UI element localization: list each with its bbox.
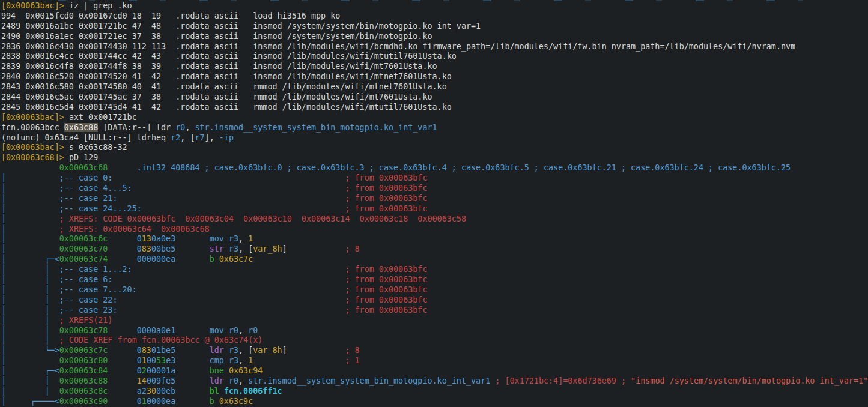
disasm-instruction-row: │ │ 0x00063c78 0000a0e1 mov r0, r0 <box>1 326 868 336</box>
spacer <box>108 376 136 385</box>
disasm-instruction-row: │ 0x00063c6c 0130a0e3 mov r3, 1 <box>1 234 868 244</box>
text-segment: │ <box>1 194 6 203</box>
text-segment: ] <box>282 244 287 253</box>
text-segment: │ <box>1 173 6 182</box>
text-segment: 83 <box>142 244 151 253</box>
spacer <box>108 234 136 243</box>
text-segment: ldr <box>210 376 224 385</box>
text-segment: │ <box>1 306 6 315</box>
text-segment: ; 8 <box>345 244 359 253</box>
text-segment: │ <box>45 387 50 396</box>
text-segment: ; from 0x00063bfc <box>345 204 427 213</box>
text-segment: │ <box>1 376 6 385</box>
text-segment: fcn.0006ff1c <box>224 387 282 396</box>
spacer <box>6 376 45 385</box>
text-segment: ; from 0x00063bfc <box>345 275 427 284</box>
text-segment: 2838 0x0016c4cc 0x001744cc 42 43 .rodata… <box>1 52 457 61</box>
spacer <box>6 214 59 223</box>
text-segment: 0x00063c90 <box>59 397 108 406</box>
text-segment: 00 <box>147 356 156 365</box>
text-segment: (nofunc) 0x63ca4 [NULL:r--] ldrheq <box>1 133 171 142</box>
case-label-row: │ ;-- case 24...25: ; from 0x00063bfc <box>1 204 868 214</box>
spacer <box>6 244 59 253</box>
text-segment: │ <box>45 336 50 345</box>
text-segment: ], <box>205 133 219 142</box>
text-segment: │ <box>1 265 6 274</box>
text-segment: r3 <box>229 346 238 355</box>
text-segment: ; CODE XREF from fcn.00063bcc @ 0x63c74(… <box>59 336 263 345</box>
spacer <box>132 184 345 193</box>
spacer <box>50 316 59 325</box>
text-segment: │ <box>1 275 6 284</box>
spacer <box>175 346 209 355</box>
text-segment: b <box>210 397 214 406</box>
disasm-instruction-row: │ └─>0x00063c7c 08301be5 ldr r3, [var_8h… <box>1 346 868 356</box>
text-segment: [DATA:r--] ldr <box>98 123 175 132</box>
code-xref-comment-row: │ │ ; CODE XREF from fcn.00063bcc @ 0x63… <box>1 336 868 346</box>
text-segment: ] <box>282 346 287 355</box>
text-segment: ;-- case 22: <box>59 295 118 304</box>
spacer <box>175 244 209 253</box>
text-segment: , <box>238 234 248 243</box>
text-segment: var_8h <box>253 244 282 253</box>
iz-output-row: 2836 0x0016c430 0x00174430 112 113 .roda… <box>1 42 868 52</box>
text-segment: ldr <box>210 346 224 355</box>
disasm-instruction-row: │ ┌────<0x00063c90 010000ea b 0x63c9c <box>1 397 868 407</box>
spacer <box>108 244 136 253</box>
spacer <box>175 356 209 365</box>
spacer <box>1 163 59 172</box>
spacer <box>108 326 136 335</box>
spacer <box>50 376 59 385</box>
iz-output-row: 2489 0x0016a1bc 0x001721bc 47 48 .rodata… <box>1 22 868 32</box>
spacer <box>108 366 136 375</box>
text-segment: 0x63c9c <box>219 397 253 406</box>
text-segment: 83 <box>142 346 151 355</box>
text-segment: r0 <box>175 123 185 132</box>
text-segment: ;-- case 23: <box>59 306 118 315</box>
spacer <box>6 356 59 365</box>
terminal-screen[interactable]: [0x00063bac]> iz | grep .ko994 0x0015fcd… <box>0 0 868 407</box>
text-segment: , <box>185 123 195 132</box>
text-segment: .int32 408684 ; case.0x63bfc.0 ; case.0x… <box>137 163 791 172</box>
text-segment: , <box>238 376 248 385</box>
command-line-pd: [0x00063c68]> pD 129 <box>1 153 868 163</box>
disasm-instruction-row: │ ┌─<0x00063c74 000000ea b 0x63c7c <box>1 255 868 265</box>
text-segment: │ <box>1 285 6 294</box>
case-label-row: │ │ ;-- case 7...20: ; from 0x00063bfc <box>1 285 868 295</box>
text-segment: │ <box>1 336 6 345</box>
text-segment: ; from 0x00063bfc <box>345 295 427 304</box>
text-segment: , [ <box>238 346 253 355</box>
text-segment: │ <box>1 255 6 264</box>
text-segment: 0x00063c78 <box>59 326 108 335</box>
text-segment <box>214 397 219 406</box>
text-segment <box>224 234 229 243</box>
text-segment: , <box>238 326 248 335</box>
text-segment: │ <box>45 265 50 274</box>
prompt-label: [0x00063bac]> <box>1 1 69 10</box>
disasm-data-row: 0x00063c68 .int32 408684 ; case.0x63bfc.… <box>1 163 868 173</box>
text-segment: 01be5 <box>151 346 175 355</box>
text-segment: 2843 0x0016c580 0x00174580 40 41 .rodata… <box>1 82 447 91</box>
spacer <box>175 255 209 264</box>
command-line-iz: [0x00063bac]> iz | grep .ko <box>1 1 868 11</box>
spacer <box>50 387 59 396</box>
spacer <box>118 306 345 315</box>
text-segment: str.insmod__system_system_bin_motogpio.k… <box>195 123 437 132</box>
spacer <box>6 387 45 396</box>
disasm-instruction-row: │ │ 0x00063c88 14009fe5 ldr r0, str.insm… <box>1 376 868 387</box>
text-segment: a2 <box>137 387 147 396</box>
text-segment: 1 <box>142 397 147 406</box>
text-segment: r0 <box>229 326 238 335</box>
text-segment: 13 <box>142 234 151 243</box>
text-segment: 0x00063c7c <box>59 346 108 355</box>
text-segment: mov <box>210 326 224 335</box>
text-segment: , [ <box>238 244 253 253</box>
iz-output-row: 2840 0x0016c520 0x00174520 41 42 .rodata… <box>1 72 868 82</box>
iz-output-row: 2844 0x0016c5ac 0x001745ac 37 38 .rodata… <box>1 92 868 103</box>
text-segment: 2489 0x0016a1bc 0x001721bc 47 48 .rodata… <box>1 22 481 31</box>
text-segment: ; XREFS(21) <box>59 316 113 325</box>
text-segment: r7 <box>195 133 204 142</box>
case-label-row: │ │ ;-- case 1...2: ; from 0x00063bfc <box>1 265 868 275</box>
spacer <box>6 204 59 213</box>
text-segment: ;-- case 24...25: <box>59 204 142 213</box>
